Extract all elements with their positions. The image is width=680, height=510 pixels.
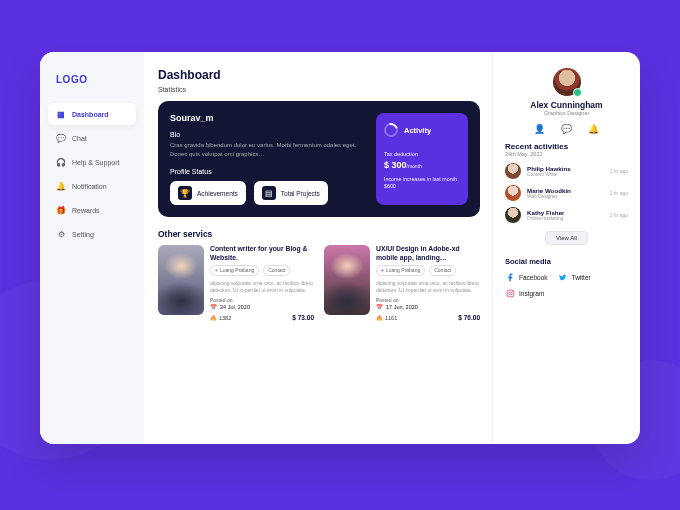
trophy-icon: 🏆 [178, 186, 192, 200]
profile-bio-label: Bio [170, 131, 366, 138]
total-projects-label: Total Projects [281, 190, 320, 197]
user-name: Alex Cunningham [505, 100, 628, 110]
svg-rect-0 [507, 290, 514, 297]
notifications-tab-icon[interactable]: 🔔 [588, 124, 599, 134]
sidebar-item-help[interactable]: 🎧 Help & Support [48, 151, 136, 173]
facebook-icon [505, 272, 515, 282]
service-card[interactable]: UX/UI Design in Adobe-xd mobile app, lan… [324, 245, 480, 321]
service-posted-date: 24 Jul, 2020 [210, 304, 314, 310]
sidebar-item-rewards[interactable]: 🎁 Rewards [48, 199, 136, 221]
gift-icon: 🎁 [56, 205, 66, 215]
achievements-label: Achievements [197, 190, 238, 197]
activity-title: Activity [404, 126, 431, 135]
social-label: Twitter [572, 274, 591, 281]
sidebar-item-chat[interactable]: 💬 Chat [48, 127, 136, 149]
activity-time: 1 hr ago [610, 190, 628, 196]
service-title: Content writer for your Blog & Website. [210, 245, 314, 262]
service-posted-label: Posted on [376, 297, 480, 303]
contact-tag[interactable]: Contact [429, 265, 456, 276]
bell-icon: 🔔 [56, 181, 66, 191]
grid-icon: ▦ [56, 109, 66, 119]
activity-user-name: Marie Woodkin [527, 187, 604, 194]
sidebar-nav: ▦ Dashboard 💬 Chat 🎧 Help & Support 🔔 No… [48, 103, 136, 245]
activity-item[interactable]: Marie Woodkin Web Designer 1 hr ago [505, 185, 628, 201]
service-price: $ 76.00 [458, 314, 480, 321]
activity-ring-icon [381, 120, 400, 139]
service-title: UX/UI Design in Adobe-xd mobile app, lan… [376, 245, 480, 262]
main-content: Dashboard Statistics Sourav_m Bio Cras g… [144, 52, 492, 444]
total-projects-button[interactable]: ▤ Total Projects [254, 181, 328, 205]
achievements-button[interactable]: 🏆 Achievements [170, 181, 246, 205]
activity-item[interactable]: Kathy Fisher Online marketing 1 hr ago [505, 207, 628, 223]
contact-tag[interactable]: Contact [263, 265, 290, 276]
avatar-icon [505, 163, 521, 179]
sidebar-item-setting[interactable]: ⚙ Setting [48, 223, 136, 245]
activity-user-name: Kathy Fisher [527, 209, 604, 216]
sidebar-item-dashboard[interactable]: ▦ Dashboard [48, 103, 136, 125]
service-description: dipiscing volputate urna orcu, ac facili… [210, 280, 314, 293]
sidebar-item-label: Setting [72, 231, 94, 238]
sidebar-item-label: Chat [72, 135, 87, 142]
service-image [158, 245, 204, 315]
social-media-heading: Social media [505, 257, 628, 266]
profile-card: Sourav_m Bio Cras gravida bibendum dolor… [158, 101, 480, 217]
location-tag[interactable]: Luang Prabang [210, 265, 259, 276]
page-title: Dashboard [158, 68, 480, 82]
sidebar-item-label: Dashboard [72, 111, 109, 118]
app-shell: LOGO ▦ Dashboard 💬 Chat 🎧 Help & Support… [40, 52, 640, 444]
service-price: $ 73.00 [292, 314, 314, 321]
chat-icon: 💬 [56, 133, 66, 143]
user-role: Graphics Designer [505, 110, 628, 116]
activity-item[interactable]: Philip Hawkins Content Writer 1 hr ago [505, 163, 628, 179]
profile-bio-text: Cras gravida bibendum dolor eu varius. M… [170, 141, 360, 158]
avatar-icon [505, 207, 521, 223]
profile-tabs: 👤 💬 🔔 [505, 124, 628, 134]
service-image [324, 245, 370, 315]
services-row: Content writer for your Blog & Website. … [158, 245, 480, 321]
svg-point-1 [509, 292, 512, 295]
activity-user-name: Philip Hawkins [527, 165, 604, 172]
profile-status-buttons: 🏆 Achievements ▤ Total Projects [170, 181, 366, 205]
gear-icon: ⚙ [56, 229, 66, 239]
social-twitter[interactable]: Twitter [558, 272, 591, 282]
profile-card-left: Sourav_m Bio Cras gravida bibendum dolor… [170, 113, 366, 205]
view-all-button[interactable]: View All [545, 231, 588, 245]
social-label: Instgram [519, 290, 544, 297]
sidebar: LOGO ▦ Dashboard 💬 Chat 🎧 Help & Support… [40, 52, 144, 444]
activity-user-role: Web Designer [527, 194, 604, 199]
sidebar-item-label: Notification [72, 183, 107, 190]
location-tag[interactable]: Luang Prabang [376, 265, 425, 276]
other-services-heading: Other servics [158, 229, 480, 239]
social-facebook[interactable]: Facebook [505, 272, 548, 282]
service-posted-label: Posted on [210, 297, 314, 303]
service-description: dipiscing volputate urna orcu, ac facili… [376, 280, 480, 293]
recent-activities-heading: Recent activities [505, 142, 628, 151]
sidebar-item-notification[interactable]: 🔔 Notification [48, 175, 136, 197]
service-views: 1382 [210, 315, 231, 321]
social-instagram[interactable]: Instgram [505, 288, 544, 298]
headset-icon: 🎧 [56, 157, 66, 167]
twitter-icon [558, 272, 568, 282]
instagram-icon [505, 288, 515, 298]
messages-tab-icon[interactable]: 💬 [561, 124, 572, 134]
activity-amount: $ 300/month [384, 160, 460, 170]
service-posted-date: 17 Jun, 2020 [376, 304, 480, 310]
activity-time: 1 hr ago [610, 212, 628, 218]
svg-point-2 [512, 291, 513, 292]
logo: LOGO [48, 68, 136, 103]
activity-card: Activity Tax deduction $ 300/month Incom… [376, 113, 468, 205]
page-subtitle: Statistics [158, 86, 480, 93]
activity-time: 1 hr ago [610, 168, 628, 174]
profile-tab-icon[interactable]: 👤 [534, 124, 545, 134]
activity-note: Income increases in last month $600 [384, 176, 460, 190]
activity-user-role: Online marketing [527, 216, 604, 221]
user-avatar[interactable] [553, 68, 581, 96]
activity-tax-label: Tax deduction [384, 151, 460, 157]
sidebar-item-label: Rewards [72, 207, 100, 214]
social-label: Facebook [519, 274, 548, 281]
projects-icon: ▤ [262, 186, 276, 200]
service-views: 1161 [376, 315, 397, 321]
sidebar-item-label: Help & Support [72, 159, 119, 166]
profile-status-label: Profile Status [170, 168, 366, 175]
service-card[interactable]: Content writer for your Blog & Website. … [158, 245, 314, 321]
